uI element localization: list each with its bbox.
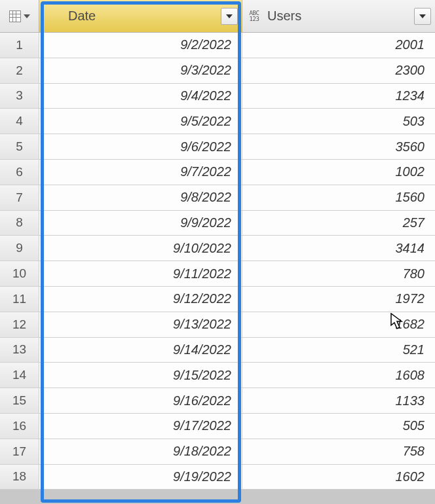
- cell-date[interactable]: 9/6/2022: [39, 134, 242, 160]
- cell-users[interactable]: 1608: [242, 363, 435, 388]
- row-number-cell[interactable]: 11: [0, 287, 39, 312]
- cell-users[interactable]: 2300: [242, 58, 435, 84]
- cell-date[interactable]: 9/14/2022: [39, 338, 242, 363]
- cell-date[interactable]: 9/2/2022: [39, 33, 242, 58]
- cell-date[interactable]: 9/3/2022: [39, 58, 242, 84]
- row-number-cell[interactable]: 9: [0, 236, 39, 261]
- row-number-cell[interactable]: 13: [0, 338, 39, 363]
- table-icon: [9, 10, 21, 22]
- cell-date[interactable]: 9/10/2022: [39, 236, 242, 261]
- cell-users[interactable]: 780: [242, 261, 435, 287]
- cell-date[interactable]: 9/13/2022: [39, 312, 242, 338]
- row-number-cell[interactable]: 17: [0, 439, 39, 465]
- cell-users[interactable]: 1002: [242, 160, 435, 185]
- column-filter-button-users[interactable]: [414, 8, 431, 25]
- cell-date[interactable]: 9/7/2022: [39, 160, 242, 185]
- row-number-cell[interactable]: 10: [0, 261, 39, 287]
- row-number-cell[interactable]: 6: [0, 160, 39, 185]
- row-number-cell[interactable]: 14: [0, 363, 39, 388]
- row-number-cell[interactable]: 4: [0, 109, 39, 134]
- cell-date[interactable]: 9/17/2022: [39, 414, 242, 439]
- cell-users[interactable]: 2001: [242, 33, 435, 58]
- column-header-date[interactable]: Date: [39, 0, 242, 33]
- chevron-down-icon: [419, 14, 426, 18]
- cell-users[interactable]: 1972: [242, 287, 435, 312]
- cell-users[interactable]: 503: [242, 109, 435, 134]
- cell-date[interactable]: 9/9/2022: [39, 211, 242, 236]
- column-filter-button-date[interactable]: [221, 8, 238, 25]
- column-header-label: Date: [68, 9, 96, 24]
- cell-users[interactable]: 1602: [242, 465, 435, 490]
- chevron-down-icon: [226, 14, 233, 18]
- cell-date[interactable]: 9/18/2022: [39, 439, 242, 465]
- row-number-cell[interactable]: 8: [0, 211, 39, 236]
- row-number-cell[interactable]: 1: [0, 33, 39, 58]
- cell-date[interactable]: 9/11/2022: [39, 261, 242, 287]
- row-number-cell[interactable]: 2: [0, 58, 39, 84]
- row-number-header[interactable]: [0, 0, 39, 33]
- chevron-down-icon: [24, 14, 30, 18]
- table-icon: [47, 9, 63, 24]
- cell-date[interactable]: 9/4/2022: [39, 84, 242, 109]
- row-number-cell[interactable]: 3: [0, 84, 39, 109]
- cell-users[interactable]: 3414: [242, 236, 435, 261]
- cell-date[interactable]: 9/8/2022: [39, 185, 242, 211]
- cell-users[interactable]: 3560: [242, 134, 435, 160]
- row-number-cell[interactable]: 18: [0, 465, 39, 490]
- cell-users[interactable]: 257: [242, 211, 435, 236]
- cell-users[interactable]: 505: [242, 414, 435, 439]
- column-header-label: Users: [267, 9, 301, 24]
- cell-users[interactable]: 1133: [242, 388, 435, 414]
- cell-date[interactable]: 9/5/2022: [39, 109, 242, 134]
- row-number-cell[interactable]: 7: [0, 185, 39, 211]
- cell-date[interactable]: 9/12/2022: [39, 287, 242, 312]
- row-number-cell[interactable]: 16: [0, 414, 39, 439]
- column-header-users[interactable]: ABC 123 Users: [242, 0, 435, 33]
- cell-date[interactable]: 9/16/2022: [39, 388, 242, 414]
- datatype-icon: ABC 123: [246, 9, 262, 24]
- row-number-cell[interactable]: 12: [0, 312, 39, 338]
- row-number-cell[interactable]: 5: [0, 134, 39, 160]
- cell-users[interactable]: 758: [242, 439, 435, 465]
- cell-date[interactable]: 9/15/2022: [39, 363, 242, 388]
- cell-users[interactable]: 1682: [242, 312, 435, 338]
- cell-users[interactable]: 1560: [242, 185, 435, 211]
- row-number-cell[interactable]: 15: [0, 388, 39, 414]
- cell-users[interactable]: 521: [242, 338, 435, 363]
- cell-date[interactable]: 9/19/2022: [39, 465, 242, 490]
- cell-users[interactable]: 1234: [242, 84, 435, 109]
